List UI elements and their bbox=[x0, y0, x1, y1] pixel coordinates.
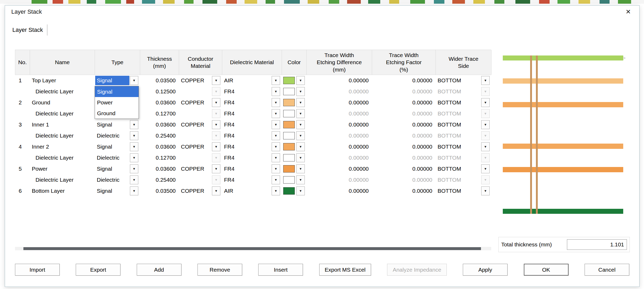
dielectric-dropdown-arrow-icon[interactable]: ▼ bbox=[272, 175, 280, 184]
color-combo[interactable]: ▼ bbox=[282, 130, 306, 141]
layer-name-cell[interactable]: Dielectric Layer bbox=[30, 86, 95, 97]
color-dropdown-arrow-icon[interactable]: ▼ bbox=[296, 76, 305, 85]
add-button[interactable]: Add bbox=[137, 264, 181, 276]
conductor-dropdown-arrow-icon[interactable]: ▼ bbox=[212, 142, 220, 151]
etching-factor-cell[interactable]: 0.00000 bbox=[372, 141, 435, 152]
etching-factor-cell[interactable]: 0.00000 bbox=[372, 119, 435, 130]
apply-button[interactable]: Apply bbox=[463, 264, 508, 276]
dielectric-dropdown-arrow-icon[interactable]: ▼ bbox=[272, 109, 280, 118]
dielectric-dropdown-arrow-icon[interactable]: ▼ bbox=[272, 164, 280, 173]
dielectric-dropdown-arrow-icon[interactable]: ▼ bbox=[272, 186, 280, 195]
color-swatch[interactable] bbox=[283, 110, 295, 117]
color-combo[interactable]: ▼ bbox=[282, 152, 306, 163]
type-dropdown-arrow-icon[interactable]: ▼ bbox=[130, 186, 138, 195]
wider-trace-side-combo[interactable]: BOTTOM▼ bbox=[435, 141, 491, 152]
type-dropdown-arrow-icon[interactable]: ▼ bbox=[130, 76, 138, 85]
type-dropdown-arrow-icon[interactable]: ▼ bbox=[130, 153, 138, 162]
color-swatch[interactable] bbox=[283, 88, 295, 95]
thickness-cell[interactable]: 0.03600 bbox=[140, 119, 179, 130]
dielectric-material-combo[interactable]: FR4▼ bbox=[222, 86, 282, 97]
etching-factor-cell[interactable]: 0.00000 bbox=[372, 163, 435, 174]
color-swatch[interactable] bbox=[283, 99, 295, 106]
dielectric-dropdown-arrow-icon[interactable]: ▼ bbox=[272, 120, 280, 129]
color-dropdown-arrow-icon[interactable]: ▼ bbox=[296, 175, 305, 184]
color-combo[interactable]: ▼ bbox=[282, 163, 306, 174]
wider-side-dropdown-arrow-icon[interactable]: ▼ bbox=[481, 164, 490, 173]
type-combo[interactable]: Signal▼ bbox=[95, 185, 140, 196]
type-dropdown-arrow-icon[interactable]: ▼ bbox=[130, 142, 138, 151]
etching-difference-cell[interactable]: 0.00000 bbox=[306, 141, 372, 152]
wider-trace-side-combo[interactable]: BOTTOM▼ bbox=[435, 75, 491, 86]
thickness-cell[interactable]: 0.25400 bbox=[140, 130, 179, 141]
dielectric-material-combo[interactable]: FR4▼ bbox=[222, 163, 282, 174]
cancel-button[interactable]: Cancel bbox=[585, 264, 629, 276]
dielectric-material-combo[interactable]: FR4▼ bbox=[222, 119, 282, 130]
color-combo[interactable]: ▼ bbox=[282, 86, 306, 97]
conductor-dropdown-arrow-icon[interactable]: ▼ bbox=[212, 98, 220, 107]
color-dropdown-arrow-icon[interactable]: ▼ bbox=[296, 153, 305, 162]
tab-layer-stack[interactable]: Layer Stack bbox=[11, 24, 47, 36]
wider-trace-side-combo[interactable]: BOTTOM▼ bbox=[435, 97, 491, 108]
dielectric-material-combo[interactable]: FR4▼ bbox=[222, 108, 282, 119]
conductor-material-combo[interactable]: COPPER▼ bbox=[179, 163, 222, 174]
color-dropdown-arrow-icon[interactable]: ▼ bbox=[296, 109, 305, 118]
layer-name-cell[interactable]: Dielectric Layer bbox=[30, 174, 95, 185]
scrollbar-thumb[interactable] bbox=[23, 247, 481, 250]
color-dropdown-arrow-icon[interactable]: ▼ bbox=[296, 98, 305, 107]
dielectric-dropdown-arrow-icon[interactable]: ▼ bbox=[272, 76, 280, 85]
type-dropdown-arrow-icon[interactable]: ▼ bbox=[130, 164, 138, 173]
export-ms-excel-button[interactable]: Export MS Excel bbox=[319, 264, 371, 276]
conductor-material-combo[interactable]: COPPER▼ bbox=[179, 185, 222, 196]
type-dropdown-arrow-icon[interactable]: ▼ bbox=[130, 175, 138, 184]
remove-button[interactable]: Remove bbox=[197, 264, 242, 276]
dielectric-material-combo[interactable]: FR4▼ bbox=[222, 174, 282, 185]
horizontal-scrollbar[interactable] bbox=[15, 247, 491, 250]
color-swatch[interactable] bbox=[283, 121, 295, 128]
thickness-cell[interactable]: 0.03500 bbox=[140, 75, 179, 86]
color-dropdown-arrow-icon[interactable]: ▼ bbox=[296, 131, 305, 140]
etching-difference-cell[interactable]: 0.00000 bbox=[306, 75, 372, 86]
dielectric-material-combo[interactable]: FR4▼ bbox=[222, 130, 282, 141]
color-swatch[interactable] bbox=[283, 154, 295, 161]
color-dropdown-arrow-icon[interactable]: ▼ bbox=[296, 186, 305, 195]
layer-name-cell[interactable]: Ground bbox=[30, 97, 95, 108]
color-swatch[interactable] bbox=[283, 176, 295, 184]
dielectric-material-combo[interactable]: AIR▼ bbox=[222, 75, 282, 86]
type-combo[interactable]: Dielectric▼ bbox=[95, 152, 140, 163]
type-dropdown-arrow-icon[interactable]: ▼ bbox=[130, 120, 138, 129]
dielectric-material-combo[interactable]: FR4▼ bbox=[222, 97, 282, 108]
type-combo[interactable]: Signal▼ bbox=[95, 75, 140, 86]
color-swatch[interactable] bbox=[283, 132, 295, 139]
color-dropdown-arrow-icon[interactable]: ▼ bbox=[296, 142, 305, 151]
import-button[interactable]: Import bbox=[15, 264, 60, 276]
type-combo[interactable]: Signal▼ bbox=[95, 141, 140, 152]
color-combo[interactable]: ▼ bbox=[282, 185, 306, 196]
etching-factor-cell[interactable]: 0.00000 bbox=[372, 97, 435, 108]
ok-button[interactable]: OK bbox=[524, 264, 569, 276]
wider-side-dropdown-arrow-icon[interactable]: ▼ bbox=[481, 120, 490, 129]
wider-trace-side-combo[interactable]: BOTTOM▼ bbox=[435, 163, 491, 174]
color-swatch[interactable] bbox=[283, 187, 295, 195]
color-combo[interactable]: ▼ bbox=[282, 108, 306, 119]
wider-side-dropdown-arrow-icon[interactable]: ▼ bbox=[481, 76, 490, 85]
dielectric-dropdown-arrow-icon[interactable]: ▼ bbox=[272, 98, 280, 107]
close-icon[interactable]: ✕ bbox=[622, 8, 634, 16]
layer-name-cell[interactable]: Inner 1 bbox=[30, 119, 95, 130]
conductor-dropdown-arrow-icon[interactable]: ▼ bbox=[212, 76, 220, 85]
thickness-cell[interactable]: 0.03600 bbox=[140, 97, 179, 108]
type-combo[interactable]: Signal▼ bbox=[95, 163, 140, 174]
thickness-cell[interactable]: 0.25400 bbox=[140, 174, 179, 185]
dropdown-option-power[interactable]: Power bbox=[95, 97, 139, 108]
color-swatch[interactable] bbox=[283, 77, 295, 84]
insert-button[interactable]: Insert bbox=[258, 264, 303, 276]
color-dropdown-arrow-icon[interactable]: ▼ bbox=[296, 120, 305, 129]
thickness-cell[interactable]: 0.12500 bbox=[140, 86, 179, 97]
etching-factor-cell[interactable]: 0.00000 bbox=[372, 75, 435, 86]
wider-side-dropdown-arrow-icon[interactable]: ▼ bbox=[481, 98, 490, 107]
color-combo[interactable]: ▼ bbox=[282, 119, 306, 130]
conductor-material-combo[interactable]: COPPER▼ bbox=[179, 97, 222, 108]
color-combo[interactable]: ▼ bbox=[282, 141, 306, 152]
layer-name-cell[interactable]: Dielectric Layer bbox=[30, 152, 95, 163]
dielectric-dropdown-arrow-icon[interactable]: ▼ bbox=[272, 87, 280, 96]
wider-trace-side-combo[interactable]: BOTTOM▼ bbox=[435, 119, 491, 130]
